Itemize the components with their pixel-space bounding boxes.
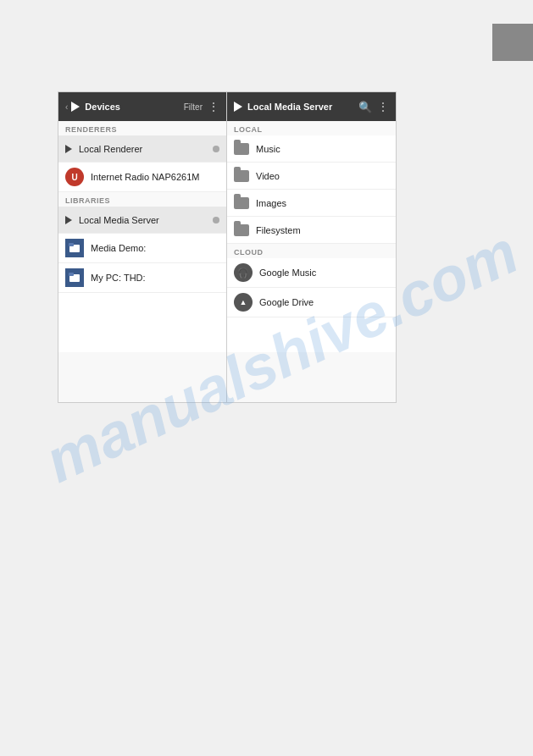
dots-menu-icon[interactable]: ⋮: [208, 100, 219, 113]
back-chevron-icon[interactable]: ‹: [65, 102, 68, 112]
list-item[interactable]: Images: [227, 190, 396, 217]
left-panel-title: Devices: [85, 102, 183, 112]
list-item[interactable]: Video: [227, 163, 396, 190]
play-icon: [65, 145, 72, 153]
top-right-decoration: [492, 24, 533, 61]
bottom-right-area: [227, 352, 396, 402]
item-label: My PC: THD:: [91, 273, 219, 283]
left-panel: ‹ Devices Filter ⋮ RENDERERS Local Rende…: [58, 92, 227, 395]
renderers-section-label: RENDERERS: [58, 121, 226, 135]
item-label: Google Drive: [259, 297, 389, 307]
item-label: Filesystem: [256, 225, 389, 235]
cloud-section-label: Cloud: [227, 244, 396, 258]
thumb-icon: [65, 239, 84, 257]
list-item[interactable]: Music: [227, 135, 396, 163]
item-label: Google Music: [259, 268, 389, 278]
list-item[interactable]: My PC: THD:: [58, 263, 226, 293]
right-panel: Local Media Server 🔍 ⋮ Local Music Video…: [227, 92, 396, 395]
folder-icon: [234, 143, 249, 155]
folder-icon: [234, 197, 249, 209]
list-item[interactable]: ▲ Google Drive: [227, 288, 396, 317]
list-item[interactable]: 🎧 Google Music: [227, 258, 396, 288]
svg-rect-3: [69, 273, 74, 276]
list-item[interactable]: Local Renderer: [58, 135, 226, 163]
thumb-icon: [65, 268, 84, 287]
folder-icon: [234, 224, 249, 236]
right-panel-header: Local Media Server 🔍 ⋮: [227, 92, 396, 121]
search-icon[interactable]: 🔍: [358, 101, 372, 113]
item-label: Local Renderer: [79, 144, 213, 154]
play-icon: [71, 102, 80, 112]
panels-container: ‹ Devices Filter ⋮ RENDERERS Local Rende…: [58, 91, 397, 396]
left-panel-header: ‹ Devices Filter ⋮: [58, 92, 226, 121]
active-indicator: [213, 146, 219, 152]
item-label: Music: [256, 144, 389, 154]
play-icon: [234, 102, 242, 112]
item-label: Internet Radio NAP6261M: [91, 172, 219, 182]
filter-label[interactable]: Filter: [184, 102, 203, 112]
libraries-section-label: LIBRARIES: [58, 192, 226, 207]
cloud-icon: ▲: [234, 293, 253, 312]
item-label: Video: [256, 171, 389, 181]
list-item[interactable]: Media Demo:: [58, 234, 226, 263]
dots-menu-icon[interactable]: ⋮: [377, 100, 389, 113]
item-label: Media Demo:: [91, 243, 219, 253]
folder-icon: [234, 170, 249, 182]
list-item[interactable]: Filesystem: [227, 217, 396, 244]
play-icon: [65, 216, 72, 224]
bottom-area: [58, 352, 397, 403]
list-item[interactable]: Local Media Server: [58, 207, 226, 234]
local-section-label: Local: [227, 121, 396, 135]
headphone-icon: 🎧: [234, 263, 253, 282]
svg-rect-1: [69, 243, 74, 246]
item-label: Local Media Server: [79, 215, 213, 225]
list-item[interactable]: U Internet Radio NAP6261M: [58, 163, 226, 192]
item-label: Images: [256, 198, 389, 208]
bottom-left-area: [58, 352, 227, 402]
avatar-icon: U: [65, 168, 84, 186]
active-indicator: [213, 217, 219, 223]
right-panel-title: Local Media Server: [247, 102, 358, 112]
